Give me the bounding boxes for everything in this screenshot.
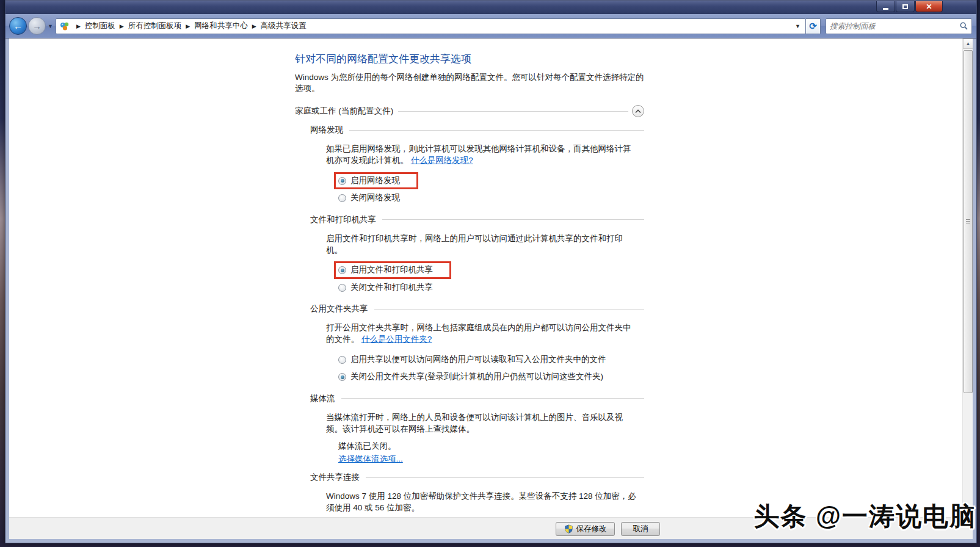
uac-shield-icon xyxy=(564,524,573,534)
control-panel-window: ✕ ← → ▼ ▶ 控制面板 ▶ 所有控制面板项 ▶ 网络和共享中心 xyxy=(5,0,977,543)
section-title: 文件和打印机共享 xyxy=(310,214,376,225)
highlight-box: 启用文件和打印机共享 xyxy=(334,261,451,279)
breadcrumb-arrow-icon: ▶ xyxy=(252,23,256,29)
title-bar: ✕ xyxy=(5,1,976,14)
divider xyxy=(398,111,628,112)
section-description: 当媒体流打开时，网络上的人员和设备便可以访问该计算机上的图片、音乐以及视频。该计… xyxy=(326,412,636,435)
radio-enable-public-folder-sharing[interactable]: 启用共享以便可以访问网络的用户可以读取和写入公用文件夹中的文件 xyxy=(338,353,606,366)
cancel-button[interactable]: 取消 xyxy=(621,522,660,536)
search-input[interactable] xyxy=(826,22,960,31)
radio-disable-network-discovery[interactable]: 关闭网络发现 xyxy=(338,192,400,205)
radio-disable-public-folder-sharing[interactable]: 关闭公用文件夹共享(登录到此计算机的用户仍然可以访问这些文件夹) xyxy=(338,371,603,383)
option-wrap: 启用共享以便可以访问网络的用户可以读取和写入公用文件夹中的文件 xyxy=(334,351,625,369)
cancel-button-label: 取消 xyxy=(633,524,648,534)
refresh-button[interactable]: ⟳ xyxy=(806,18,821,34)
save-changes-button[interactable]: 保存修改 xyxy=(556,522,615,536)
refresh-icon: ⟳ xyxy=(809,21,817,32)
radio-button-icon xyxy=(338,194,346,202)
section-file-printer-sharing: 文件和打印机共享 启用文件和打印机共享时，网络上的用户可以访问通过此计算机共享的… xyxy=(295,214,644,297)
scrollbar-grip-icon xyxy=(966,219,970,225)
radio-label: 启用文件和打印机共享 xyxy=(350,264,433,276)
public-folder-help-link[interactable]: 什么是公用文件夹? xyxy=(361,335,432,344)
section-public-folder-sharing: 公用文件夹共享 打开公用文件夹共享时，网络上包括家庭组成员在内的用户都可以访问公… xyxy=(295,303,644,386)
radio-button-icon xyxy=(338,266,346,274)
save-button-label: 保存修改 xyxy=(576,524,607,534)
radio-label: 启用共享以便可以访问网络的用户可以读取和写入公用文件夹中的文件 xyxy=(350,354,606,366)
section-title: 公用文件夹共享 xyxy=(310,303,368,314)
divider xyxy=(341,398,645,399)
option-wrap: 关闭文件和打印机共享 xyxy=(334,279,451,297)
navigation-toolbar: ← → ▼ ▶ 控制面板 ▶ 所有控制面板项 ▶ 网络和共享中心 ▶ 高级共享设… xyxy=(5,14,976,38)
breadcrumb-arrow-icon: ▶ xyxy=(186,23,190,29)
option-wrap: 关闭网络发现 xyxy=(334,189,418,207)
profile-header: 家庭或工作 (当前配置文件) xyxy=(295,105,644,117)
radio-disable-file-printer-sharing[interactable]: 关闭文件和打印机共享 xyxy=(338,281,433,294)
divider xyxy=(374,309,645,310)
radio-button-icon xyxy=(338,373,346,381)
media-streaming-options-link[interactable]: 选择媒体流选项... xyxy=(338,454,403,463)
address-bar[interactable]: ▶ 控制面板 ▶ 所有控制面板项 ▶ 网络和共享中心 ▶ 高级共享设置 ▼ xyxy=(56,18,806,34)
back-button[interactable]: ← xyxy=(9,17,27,35)
profile-label: 家庭或工作 (当前配置文件) xyxy=(295,106,393,117)
section-title: 媒体流 xyxy=(310,393,335,404)
radio-label: 关闭网络发现 xyxy=(350,192,400,204)
address-dropdown-icon[interactable]: ▼ xyxy=(793,23,803,29)
maximize-button[interactable] xyxy=(896,1,915,12)
page-content: 针对不同的网络配置文件更改共享选项 Windows 为您所使用的每个网络创建单独… xyxy=(9,38,962,517)
radio-button-icon xyxy=(338,177,346,185)
minimize-icon xyxy=(883,8,888,10)
option-wrap: 关闭公用文件夹共享(登录到此计算机的用户仍然可以访问这些文件夹) xyxy=(334,368,622,386)
desktop-background: ✕ ← → ▼ ▶ 控制面板 ▶ 所有控制面板项 ▶ 网络和共享中心 xyxy=(0,0,980,547)
close-icon: ✕ xyxy=(926,3,932,10)
breadcrumb-network-sharing-center[interactable]: 网络和共享中心 xyxy=(194,21,248,31)
section-network-discovery: 网络发现 如果已启用网络发现，则此计算机可以发现其他网络计算机和设备，而其他网络… xyxy=(295,125,644,207)
radio-enable-network-discovery[interactable]: 启用网络发现 xyxy=(338,175,400,187)
scrollbar-up-button[interactable]: ▲ xyxy=(963,38,973,49)
network-discovery-help-link[interactable]: 什么是网络发现? xyxy=(411,156,473,165)
divider xyxy=(366,477,644,478)
media-streaming-status: 媒体流已关闭。 xyxy=(338,441,636,452)
forward-button[interactable]: → xyxy=(28,17,46,35)
section-title: 网络发现 xyxy=(310,125,343,136)
highlight-box: 启用网络发现 xyxy=(334,172,418,190)
page-subtitle: Windows 为您所使用的每个网络创建单独的网络配置文件。您可以针对每个配置文… xyxy=(295,72,644,94)
page-title: 针对不同的网络配置文件更改共享选项 xyxy=(295,52,644,66)
forward-icon: → xyxy=(32,21,42,31)
close-button[interactable]: ✕ xyxy=(915,1,943,12)
radio-label: 启用网络发现 xyxy=(350,175,400,187)
radio-button-icon xyxy=(338,284,346,292)
breadcrumb-all-items[interactable]: 所有控制面板项 xyxy=(128,21,182,31)
divider xyxy=(382,219,644,220)
breadcrumb-control-panel[interactable]: 控制面板 xyxy=(85,21,115,31)
vertical-scrollbar[interactable]: ▲ ▼ xyxy=(962,38,973,517)
chevron-up-icon xyxy=(635,109,641,114)
section-description: 启用文件和打印机共享时，网络上的用户可以访问通过此计算机共享的文件和打印机。 xyxy=(326,233,636,256)
maximize-icon xyxy=(902,4,908,9)
client-area: 针对不同的网络配置文件更改共享选项 Windows 为您所使用的每个网络创建单独… xyxy=(9,38,973,539)
breadcrumb-advanced-sharing[interactable]: 高级共享设置 xyxy=(261,21,307,31)
radio-button-icon xyxy=(338,356,346,364)
back-icon: ← xyxy=(13,21,23,31)
minimize-button[interactable] xyxy=(876,1,895,12)
scrollbar-thumb[interactable] xyxy=(964,50,973,393)
network-icon xyxy=(60,21,70,31)
recent-pages-dropdown-icon[interactable]: ▼ xyxy=(48,23,53,29)
radio-label: 关闭公用文件夹共享(登录到此计算机的用户仍然可以访问这些文件夹) xyxy=(350,371,603,383)
section-description: Windows 7 使用 128 位加密帮助保护文件共享连接。某些设备不支持 1… xyxy=(326,491,636,513)
watermark: 头条 @一涛说电脑 xyxy=(753,499,976,534)
breadcrumb-arrow-icon: ▶ xyxy=(120,23,124,29)
section-description: 如果已启用网络发现，则此计算机可以发现其他网络计算机和设备，而其他网络计算机亦可… xyxy=(326,144,631,165)
window-controls: ✕ xyxy=(876,1,943,12)
search-icon xyxy=(960,22,968,30)
section-title: 文件共享连接 xyxy=(310,472,360,483)
radio-enable-file-printer-sharing[interactable]: 启用文件和打印机共享 xyxy=(338,264,433,277)
breadcrumb-arrow-icon: ▶ xyxy=(76,23,81,29)
section-file-sharing-connections: 文件共享连接 Windows 7 使用 128 位加密帮助保护文件共享连接。某些… xyxy=(295,472,644,517)
radio-label: 关闭文件和打印机共享 xyxy=(350,282,433,294)
scrollbar-up-icon: ▲ xyxy=(966,41,971,46)
search-box xyxy=(826,18,972,34)
collapse-section-button[interactable] xyxy=(632,105,644,117)
divider xyxy=(349,130,644,131)
section-media-streaming: 媒体流 当媒体流打开时，网络上的人员和设备便可以访问该计算机上的图片、音乐以及视… xyxy=(295,393,644,465)
